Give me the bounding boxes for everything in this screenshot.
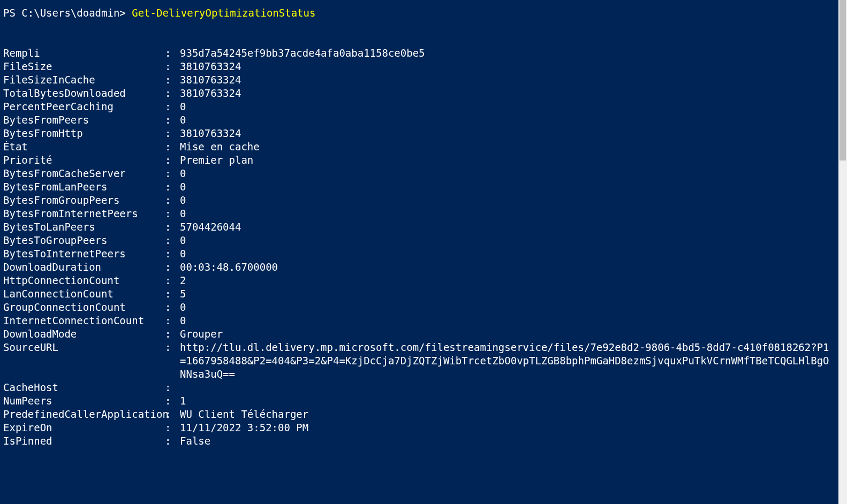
separator: : bbox=[165, 194, 178, 207]
separator: : bbox=[165, 113, 178, 127]
separator: : bbox=[165, 207, 178, 220]
output-row: Rempli:935d7a54245ef9bb37acde4afa0aba115… bbox=[3, 47, 844, 60]
separator: : bbox=[165, 247, 178, 261]
separator: : bbox=[165, 301, 178, 314]
property-value: 3810763324 bbox=[178, 60, 844, 73]
separator: : bbox=[165, 47, 178, 60]
property-key: Priorité bbox=[3, 154, 165, 167]
output-row: BytesToInternetPeers:0 bbox=[3, 247, 844, 261]
property-key: FileSize bbox=[3, 60, 165, 73]
property-key: TotalBytesDownloaded bbox=[3, 87, 165, 100]
property-key: InternetConnectionCount bbox=[3, 314, 165, 327]
separator: : bbox=[165, 274, 178, 287]
property-key: État bbox=[3, 140, 165, 154]
separator: : bbox=[165, 154, 178, 167]
property-key: BytesFromHttp bbox=[3, 127, 165, 140]
output-row: IsPinned: False bbox=[3, 434, 844, 448]
output-row: GroupConnectionCount:0 bbox=[3, 301, 844, 314]
output-row: HttpConnectionCount:2 bbox=[3, 274, 844, 287]
property-key: IsPinned bbox=[3, 434, 165, 448]
property-value: 1 bbox=[178, 394, 844, 408]
property-key: SourceURL bbox=[3, 341, 165, 354]
property-value: 2 bbox=[178, 274, 844, 287]
vertical-scrollbar[interactable] bbox=[838, 0, 847, 504]
separator: : bbox=[165, 394, 178, 408]
output-row: DownloadDuration:00:03:48.6700000 bbox=[3, 261, 844, 274]
output-row: PredefinedCallerApplication:WU Client Té… bbox=[3, 408, 844, 421]
separator: : bbox=[165, 261, 178, 274]
output-block: Rempli:935d7a54245ef9bb37acde4afa0aba115… bbox=[3, 47, 844, 448]
property-key: BytesFromLanPeers bbox=[3, 180, 165, 194]
property-value: 0 bbox=[178, 113, 844, 127]
property-key: PredefinedCallerApplication bbox=[3, 408, 165, 421]
property-key: CacheHost bbox=[3, 381, 165, 394]
property-value: 0 bbox=[178, 167, 844, 180]
property-key: BytesFromGroupPeers bbox=[3, 194, 165, 207]
property-value: 0 bbox=[178, 234, 844, 247]
output-row: SourceURL:http://tlu.dl.delivery.mp.micr… bbox=[3, 341, 844, 381]
output-row: ExpireOn:11/11/2022 3:52:00 PM bbox=[3, 421, 844, 434]
separator: : bbox=[165, 220, 178, 234]
property-key: HttpConnectionCount bbox=[3, 274, 165, 287]
property-value: 3810763324 bbox=[178, 127, 844, 140]
property-value: 5704426044 bbox=[178, 220, 844, 234]
separator: : bbox=[165, 100, 178, 113]
output-row: BytesToLanPeers:5704426044 bbox=[3, 220, 844, 234]
prompt-command: Get-DeliveryOptimizationStatus bbox=[132, 7, 315, 19]
property-key: BytesFromPeers bbox=[3, 113, 165, 127]
output-row: BytesToGroupPeers:0 bbox=[3, 234, 844, 247]
property-key: ExpireOn bbox=[3, 421, 165, 434]
property-value: WU Client Télécharger bbox=[178, 408, 844, 421]
property-value: 0 bbox=[178, 180, 844, 194]
output-row: BytesFromCacheServer:0 bbox=[3, 167, 844, 180]
property-value: 3810763324 bbox=[178, 73, 844, 87]
separator: : bbox=[165, 314, 178, 327]
prompt-path: PS C:\Users\doadmin> bbox=[3, 7, 132, 19]
separator: : bbox=[165, 434, 178, 448]
output-row: DownloadMode:Grouper bbox=[3, 327, 844, 341]
separator: : bbox=[165, 327, 178, 341]
property-value: 0 bbox=[178, 100, 844, 113]
property-value: 0 bbox=[178, 194, 844, 207]
property-key: BytesFromInternetPeers bbox=[3, 207, 165, 220]
output-row: BytesFromLanPeers:0 bbox=[3, 180, 844, 194]
separator: : bbox=[165, 287, 178, 301]
property-value: Grouper bbox=[178, 327, 844, 341]
separator: : bbox=[165, 140, 178, 154]
output-row: FileSizeInCache:3810763324 bbox=[3, 73, 844, 87]
separator: : bbox=[165, 127, 178, 140]
property-value: 3810763324 bbox=[178, 87, 844, 100]
separator: : bbox=[165, 234, 178, 247]
separator: : bbox=[165, 87, 178, 100]
output-row: InternetConnectionCount:0 bbox=[3, 314, 844, 327]
separator: : bbox=[165, 73, 178, 87]
property-value: 935d7a54245ef9bb37acde4afa0aba1158ce0be5 bbox=[178, 47, 844, 60]
property-value: 00:03:48.6700000 bbox=[178, 261, 844, 274]
property-value: Mise en cache bbox=[178, 140, 844, 154]
property-key: NumPeers bbox=[3, 394, 165, 408]
output-row: CacheHost: bbox=[3, 381, 844, 394]
output-row: TotalBytesDownloaded:3810763324 bbox=[3, 87, 844, 100]
separator: : bbox=[165, 180, 178, 194]
property-value: 5 bbox=[178, 287, 844, 301]
separator: : bbox=[165, 381, 178, 394]
separator: : bbox=[165, 167, 178, 180]
property-key: DownloadMode bbox=[3, 327, 165, 341]
output-row: LanConnectionCount:5 bbox=[3, 287, 844, 301]
output-row: FileSize:3810763324 bbox=[3, 60, 844, 73]
property-key: GroupConnectionCount bbox=[3, 301, 165, 314]
property-key: Rempli bbox=[3, 47, 165, 60]
output-row: BytesFromGroupPeers:0 bbox=[3, 194, 844, 207]
separator: : bbox=[165, 408, 178, 421]
separator: : bbox=[165, 421, 178, 434]
separator: : bbox=[165, 60, 178, 73]
output-row: BytesFromHttp:3810763324 bbox=[3, 127, 844, 140]
output-row: NumPeers:1 bbox=[3, 394, 844, 408]
scrollbar-thumb[interactable] bbox=[840, 0, 846, 161]
property-key: FileSizeInCache bbox=[3, 73, 165, 87]
output-row: PercentPeerCaching:0 bbox=[3, 100, 844, 113]
property-key: DownloadDuration bbox=[3, 261, 165, 274]
property-value: 0 bbox=[178, 207, 844, 220]
property-value: 0 bbox=[178, 314, 844, 327]
output-row: Priorité: Premier plan bbox=[3, 154, 844, 167]
